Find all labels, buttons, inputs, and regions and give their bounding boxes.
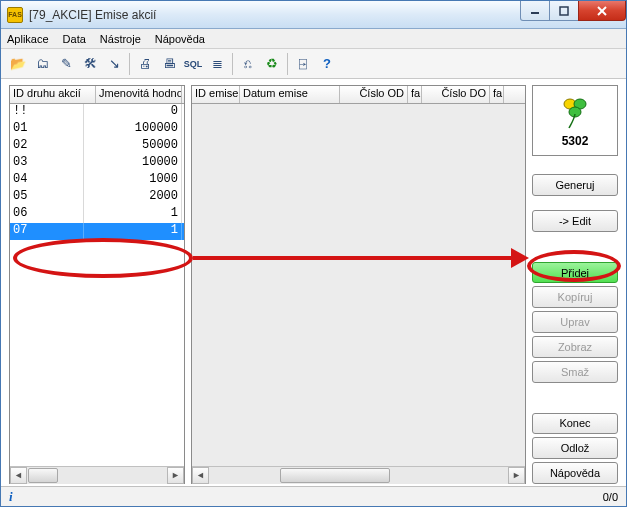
table-row[interactable]: 01100000 — [10, 121, 184, 138]
left-grid[interactable]: ID druhu akcií Jmenovitá hodnota !!00110… — [9, 85, 185, 484]
right-hscroll[interactable]: ◄ ► — [192, 466, 525, 483]
cell-value: 50000 — [84, 138, 182, 155]
minimize-icon — [530, 6, 540, 16]
minimize-button[interactable] — [520, 1, 550, 21]
left-grid-header: ID druhu akcií Jmenovitá hodnota — [10, 86, 184, 104]
menu-aplikace[interactable]: Aplikace — [7, 33, 49, 45]
scroll-left-icon[interactable]: ◄ — [192, 467, 209, 484]
btn-edit[interactable]: -> Edit — [532, 210, 618, 232]
scroll-right-icon[interactable]: ► — [508, 467, 525, 484]
cell-value: 10000 — [84, 155, 182, 172]
cell-id: 01 — [10, 121, 84, 138]
clover-icon — [557, 94, 593, 130]
btn-smaz[interactable]: Smaž — [532, 361, 618, 383]
side-panel: 5302 Generuj -> Edit Přidej Kopíruj Upra… — [532, 85, 618, 484]
right-grid-header: ID emise Datum emise Číslo OD fa Číslo D… — [192, 86, 525, 104]
svg-rect-1 — [560, 7, 568, 15]
right-grid-body[interactable] — [192, 104, 525, 466]
toolbar-separator — [232, 53, 233, 75]
app-icon: FAS — [7, 7, 23, 23]
toolbar: 📂 🗂 ✎ 🛠 ↘ 🖨 🖶 SQL ≣ ⎌ ♻ ⍈ ? — [1, 49, 626, 79]
titlebar[interactable]: FAS [79_AKCIE] Emise akcií — [1, 1, 626, 29]
cell-value: 1 — [84, 206, 182, 223]
pointer-icon[interactable]: ↘ — [103, 53, 125, 75]
window-title: [79_AKCIE] Emise akcií — [29, 8, 156, 22]
table-row[interactable]: 0250000 — [10, 138, 184, 155]
scroll-thumb[interactable] — [280, 468, 390, 483]
sql-icon[interactable]: SQL — [182, 53, 204, 75]
status-position: 0/0 — [603, 491, 618, 503]
info-icon[interactable]: i — [9, 489, 13, 505]
refresh-icon[interactable]: ♻ — [261, 53, 283, 75]
list-icon[interactable]: ≣ — [206, 53, 228, 75]
scroll-thumb[interactable] — [28, 468, 58, 483]
printer-cfg-icon[interactable]: 🖶 — [158, 53, 180, 75]
left-hscroll[interactable]: ◄ ► — [10, 466, 184, 483]
btn-generuj[interactable]: Generuj — [532, 174, 618, 196]
cell-id: 07 — [10, 223, 84, 240]
right-grid[interactable]: ID emise Datum emise Číslo OD fa Číslo D… — [191, 85, 526, 484]
folder-icon[interactable]: 🗂 — [31, 53, 53, 75]
uncheck-icon[interactable]: ✎ — [55, 53, 77, 75]
cell-value: 0 — [84, 104, 182, 121]
menu-napoveda[interactable]: Nápověda — [155, 33, 205, 45]
toolbar-separator — [129, 53, 130, 75]
btn-kopiruj[interactable]: Kopíruj — [532, 286, 618, 308]
cell-value: 1 — [84, 223, 182, 240]
wrench-icon[interactable]: 🛠 — [79, 53, 101, 75]
scroll-track[interactable] — [27, 467, 167, 484]
help-icon[interactable]: ? — [316, 53, 338, 75]
table-row[interactable]: 061 — [10, 206, 184, 223]
table-row[interactable]: 071 — [10, 223, 184, 240]
menu-data[interactable]: Data — [63, 33, 86, 45]
cell-id: 05 — [10, 189, 84, 206]
col-fa2[interactable]: fa — [490, 86, 504, 103]
maximize-button[interactable] — [549, 1, 579, 21]
cell-value: 100000 — [84, 121, 182, 138]
close-icon — [596, 5, 608, 17]
badge-number: 5302 — [562, 134, 589, 148]
left-grid-body[interactable]: !!00110000002500000310000041000052000061… — [10, 104, 184, 466]
close-button[interactable] — [578, 1, 626, 21]
btn-uprav[interactable]: Uprav — [532, 311, 618, 333]
cell-id: 06 — [10, 206, 84, 223]
scroll-right-icon[interactable]: ► — [167, 467, 184, 484]
cell-id: 04 — [10, 172, 84, 189]
menu-nastroje[interactable]: Nástroje — [100, 33, 141, 45]
table-row[interactable]: 0310000 — [10, 155, 184, 172]
btn-odloz[interactable]: Odlož — [532, 437, 618, 459]
col-fa1[interactable]: fa — [408, 86, 422, 103]
col-cislo-do[interactable]: Číslo DO — [422, 86, 490, 103]
client-area: ID druhu akcií Jmenovitá hodnota !!00110… — [1, 79, 626, 486]
btn-pridej[interactable]: Přidej — [532, 262, 618, 284]
table-row[interactable]: 052000 — [10, 189, 184, 206]
col-cislo-od[interactable]: Číslo OD — [340, 86, 408, 103]
table-row[interactable]: !!0 — [10, 104, 184, 121]
scroll-left-icon[interactable]: ◄ — [10, 467, 27, 484]
logo-box: 5302 — [532, 85, 618, 156]
print-icon[interactable]: 🖨 — [134, 53, 156, 75]
cell-id: !! — [10, 104, 84, 121]
menubar: Aplikace Data Nástroje Nápověda — [1, 29, 626, 49]
statusbar: i 0/0 — [1, 486, 626, 506]
btn-zobraz[interactable]: Zobraz — [532, 336, 618, 358]
scroll-track[interactable] — [209, 467, 508, 484]
col-datum-emise[interactable]: Datum emise — [240, 86, 340, 103]
cell-id: 02 — [10, 138, 84, 155]
cell-id: 03 — [10, 155, 84, 172]
table-row[interactable]: 041000 — [10, 172, 184, 189]
btn-konec[interactable]: Konec — [532, 413, 618, 435]
col-id-emise[interactable]: ID emise — [192, 86, 240, 103]
col-id-druhu[interactable]: ID druhu akcií — [10, 86, 96, 103]
toolbar-separator — [287, 53, 288, 75]
exit-icon[interactable]: ⍈ — [292, 53, 314, 75]
col-jmenovita[interactable]: Jmenovitá hodnota — [96, 86, 182, 103]
btn-napoveda[interactable]: Nápověda — [532, 462, 618, 484]
origin-icon[interactable]: ⎌ — [237, 53, 259, 75]
cell-value: 1000 — [84, 172, 182, 189]
maximize-icon — [559, 6, 569, 16]
window-frame: FAS [79_AKCIE] Emise akcií Aplikace Data… — [0, 0, 627, 507]
open-icon[interactable]: 📂 — [7, 53, 29, 75]
cell-value: 2000 — [84, 189, 182, 206]
